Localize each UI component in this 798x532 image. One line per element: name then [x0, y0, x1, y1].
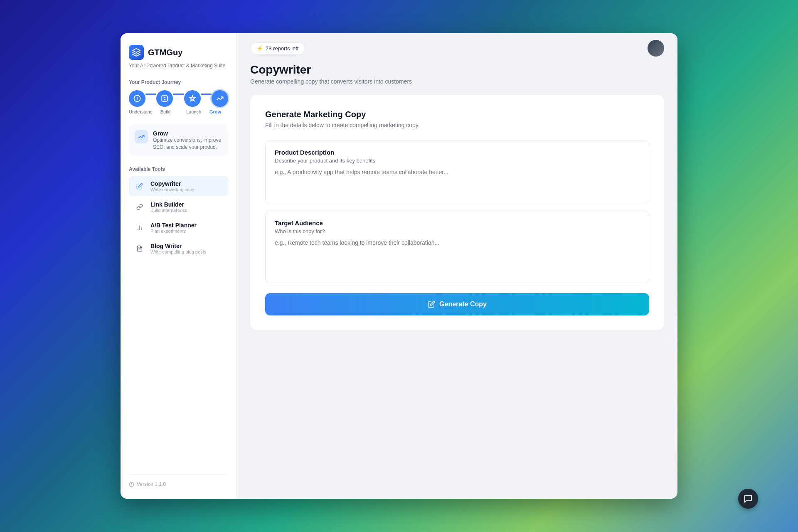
step-label-build: Build: [157, 109, 174, 114]
page-title: Copywriter: [250, 63, 664, 76]
page-header: Copywriter Generate compelling copy that…: [250, 63, 664, 85]
step-circle-launch: [184, 90, 201, 107]
step-label-launch: Launch: [185, 109, 202, 114]
tool-blog-writer[interactable]: Blog Writer Write compelling blog posts: [129, 239, 228, 259]
connector-2: [173, 94, 184, 95]
lightning-icon: ⚡: [256, 45, 263, 52]
step-build[interactable]: [156, 90, 173, 107]
svg-rect-1: [162, 96, 168, 101]
connector-3: [201, 94, 212, 95]
sidebar-footer: Version 1.1.0: [129, 474, 228, 487]
generate-copy-button[interactable]: Generate Copy: [265, 293, 649, 315]
product-description-block: Product Description Describe your produc…: [265, 140, 649, 204]
reports-count: 78 reports left: [266, 45, 299, 52]
target-audience-block: Target Audience Who is this copy for?: [265, 211, 649, 283]
pencil-icon: [428, 300, 435, 308]
tool-link-builder-name: Link Builder: [150, 201, 187, 208]
app-name: GTMGuy: [148, 48, 182, 57]
top-bar: ⚡ 78 reports left: [237, 33, 677, 63]
target-audience-label: Target Audience: [275, 219, 640, 227]
generate-btn-label: Generate Copy: [439, 300, 487, 308]
journey-labels: Understand Build Launch Grow: [129, 109, 228, 114]
logo-section: GTMGuy: [129, 45, 228, 60]
step-label-understand: Understand: [129, 109, 145, 114]
grow-icon: [135, 130, 148, 143]
version-info: Version 1.1.0: [129, 481, 228, 487]
connector-1: [145, 94, 156, 95]
tool-ab-test-name: A/B Test Planner: [150, 222, 197, 229]
tool-blog-writer-name: Blog Writer: [150, 243, 206, 249]
target-audience-sublabel: Who is this copy for?: [275, 228, 640, 234]
tool-copywriter[interactable]: Copywriter Write converting copy: [129, 176, 228, 196]
content-area: Copywriter Generate compelling copy that…: [237, 63, 677, 499]
user-avatar[interactable]: [648, 40, 664, 57]
tool-copywriter-info: Copywriter Write converting copy: [150, 180, 195, 192]
tool-copywriter-desc: Write converting copy: [150, 187, 195, 192]
avatar-image: [648, 40, 664, 57]
tool-blog-writer-info: Blog Writer Write compelling blog posts: [150, 243, 206, 254]
step-understand[interactable]: [129, 90, 145, 107]
tool-ab-test-info: A/B Test Planner Plan experiments: [150, 222, 197, 234]
grow-desc: Optimize conversions, improve SEO, and s…: [153, 137, 222, 151]
form-title: Generate Marketing Copy: [265, 110, 649, 119]
chat-bubble-button[interactable]: [738, 489, 758, 509]
step-circle-build: [156, 90, 173, 107]
app-subtitle: Your AI-Powered Product & Marketing Suit…: [129, 62, 228, 69]
step-label-grow: Grow: [207, 109, 224, 114]
tool-blog-writer-desc: Write compelling blog posts: [150, 249, 206, 254]
main-content: ⚡ 78 reports left Copywriter Generate co…: [237, 33, 677, 499]
tool-link-builder[interactable]: Link Builder Build internal links: [129, 197, 228, 217]
tool-link-builder-info: Link Builder Build internal links: [150, 201, 187, 213]
version-text: Version 1.1.0: [137, 481, 166, 487]
tools-label: Available Tools: [129, 166, 228, 172]
blog-writer-icon: [134, 243, 145, 254]
ab-test-icon: [134, 222, 145, 234]
page-subtitle: Generate compelling copy that converts v…: [250, 78, 664, 85]
grow-title: Grow: [153, 130, 222, 137]
product-desc-label: Product Description: [275, 149, 640, 156]
target-audience-input[interactable]: [275, 239, 640, 273]
link-builder-icon: [134, 201, 145, 213]
product-desc-sublabel: Describe your product and its key benefi…: [275, 158, 640, 164]
step-circle-understand: [129, 90, 145, 107]
copywriter-icon: [134, 180, 145, 192]
step-launch[interactable]: [184, 90, 201, 107]
tool-ab-test[interactable]: A/B Test Planner Plan experiments: [129, 218, 228, 238]
tool-ab-test-desc: Plan experiments: [150, 229, 197, 234]
sidebar: GTMGuy Your AI-Powered Product & Marketi…: [121, 33, 237, 499]
product-description-input[interactable]: [275, 169, 640, 194]
journey-steps: [129, 90, 228, 107]
journey-label: Your Product Journey: [129, 79, 228, 85]
grow-info: Grow Optimize conversions, improve SEO, …: [153, 130, 222, 151]
app-window: GTMGuy Your AI-Powered Product & Marketi…: [121, 33, 677, 499]
chat-icon: [744, 494, 753, 503]
grow-card: Grow Optimize conversions, improve SEO, …: [129, 124, 228, 157]
tool-link-builder-desc: Build internal links: [150, 208, 187, 213]
step-grow[interactable]: [212, 90, 228, 107]
logo-icon: [129, 45, 144, 60]
reports-badge: ⚡ 78 reports left: [250, 42, 305, 54]
form-desc: Fill in the details below to create comp…: [265, 122, 649, 128]
form-card: Generate Marketing Copy Fill in the deta…: [250, 95, 664, 330]
step-circle-grow: [212, 90, 228, 107]
tool-copywriter-name: Copywriter: [150, 180, 195, 187]
